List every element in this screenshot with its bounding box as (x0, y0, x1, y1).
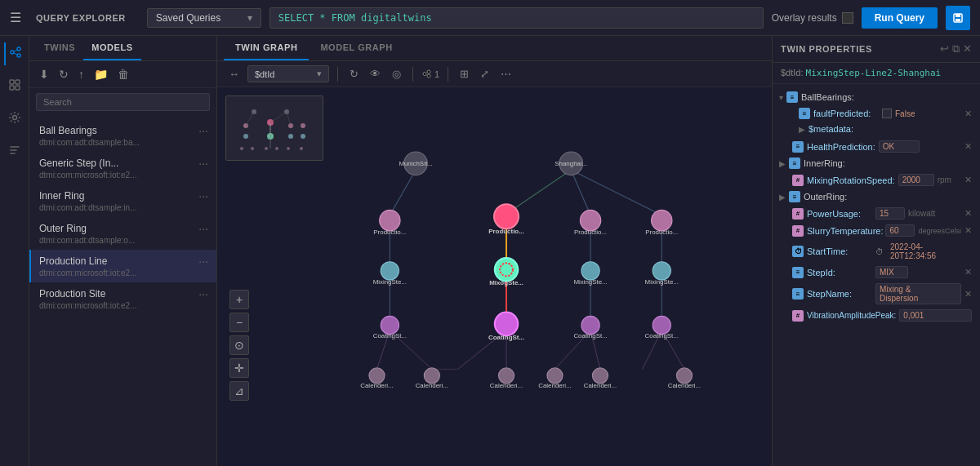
node-mix2-selected[interactable] (495, 258, 519, 282)
node-coat4[interactable] (653, 316, 670, 334)
overlay-checkbox[interactable] (842, 12, 853, 24)
model-item-production-line[interactable]: Production Line ··· dtmi:com:microsoft:i… (29, 250, 216, 282)
delete-icon[interactable]: 🗑 (114, 66, 132, 82)
zoom-fit-button[interactable]: ⊙ (229, 335, 249, 355)
props-list: ▾ ≡ BallBearings: ≡ faultPredicted: Fals… (773, 84, 980, 466)
graph-svg[interactable]: MunichSit... Shanghai... Productio... Pr… (332, 87, 772, 466)
folder-icon[interactable]: 📁 (91, 66, 111, 82)
move-tool-button[interactable]: ✛ (229, 358, 249, 378)
sidebar-item-settings[interactable] (5, 108, 24, 131)
model-context-menu[interactable]: ··· (198, 157, 208, 170)
dtid-dropdown[interactable]: $dtId ▾ (247, 65, 329, 82)
node-coat1[interactable] (381, 316, 399, 334)
more-icon[interactable]: ⋯ (497, 66, 514, 82)
zoom-controls: + − ⊙ ✛ ⊿ (229, 290, 249, 401)
node-mix3[interactable] (581, 262, 599, 280)
refresh-graph-icon[interactable]: ↻ (346, 66, 362, 82)
prop-start-time: ⏱ StartTime: ⏱ 2022-04-20T12:34:56 (773, 239, 980, 264)
dtid-label: $dtId (255, 69, 274, 79)
tab-models[interactable]: MODELS (83, 36, 140, 60)
node-coat2[interactable] (495, 313, 519, 336)
outer-ring-icon: ≡ (789, 191, 800, 202)
model-context-menu[interactable]: ··· (198, 255, 208, 268)
tab-model-graph[interactable]: MODEL GRAPH (309, 36, 403, 60)
node-mix4[interactable] (653, 262, 670, 280)
eye-icon[interactable]: 👁 (367, 66, 384, 82)
close-step-name[interactable]: ✕ (964, 289, 972, 300)
saved-queries-dropdown[interactable]: Saved Queries ▾ (147, 8, 261, 28)
svg-line-33 (270, 112, 287, 122)
model-context-menu[interactable]: ··· (198, 189, 208, 202)
fault-predicted-checkbox[interactable] (882, 109, 892, 118)
prop-section-ballbearings-header[interactable]: ▾ ≡ BallBearings: (773, 89, 980, 105)
svg-text:Calenderi...: Calenderi... (538, 382, 571, 389)
new-tab-icon[interactable]: ⧉ (952, 42, 960, 55)
start-time-icon: ⏱ (792, 246, 804, 257)
close-power[interactable]: ✕ (964, 208, 972, 219)
svg-text:Productio...: Productio... (645, 229, 678, 236)
svg-line-32 (246, 112, 254, 126)
chevron-down-icon: ▾ (247, 12, 252, 24)
node-coat3[interactable] (581, 316, 599, 334)
slurry-temp-input[interactable] (885, 224, 915, 237)
close-rotation[interactable]: ✕ (964, 175, 972, 185)
separator2 (412, 67, 413, 82)
graph-tabs: TWIN GRAPH MODEL GRAPH (217, 36, 772, 61)
layout-icon[interactable]: ⊞ (457, 66, 472, 82)
power-icon: # (792, 208, 804, 220)
eye-off-icon[interactable]: ◎ (389, 66, 404, 82)
expand-icon[interactable]: ⤢ (477, 66, 492, 82)
refresh-icon[interactable]: ↻ (56, 66, 72, 82)
svg-rect-11 (16, 86, 20, 90)
svg-point-5 (17, 54, 20, 57)
prop-outer-ring-header[interactable]: ▶ ≡ OuterRing: (773, 189, 980, 205)
tab-twins[interactable]: TWINS (36, 36, 83, 60)
sidebar-item-models[interactable] (5, 75, 24, 98)
model-item-outer-ring[interactable]: Outer Ring ··· dtmi:com:adt:dtsample:o..… (29, 217, 216, 250)
pan-icon[interactable]: ↔ (225, 66, 243, 82)
model-context-menu[interactable]: ··· (198, 124, 208, 137)
filter-button[interactable]: ⊿ (229, 381, 249, 401)
node-prod1[interactable] (380, 210, 400, 230)
save-query-button[interactable] (946, 6, 970, 30)
prop-metadata[interactable]: ▶ $metadata: (773, 122, 980, 136)
model-search-input[interactable] (36, 93, 210, 111)
node-prod3[interactable] (580, 210, 600, 230)
node-prod2[interactable] (494, 204, 519, 229)
graph-minimap[interactable] (225, 95, 323, 161)
menu-icon[interactable]: ☰ (10, 10, 21, 25)
undo-icon[interactable]: ↩ (940, 42, 949, 55)
upload-icon[interactable]: ↑ (75, 66, 87, 82)
sidebar-item-query[interactable] (5, 140, 24, 163)
close-slurry[interactable]: ✕ (964, 225, 972, 236)
zoom-in-button[interactable]: + (229, 290, 249, 309)
model-item-inner-ring[interactable]: Inner Ring ··· dtmi:com:adt:dtsample:in.… (29, 184, 216, 217)
import-icon[interactable]: ⬇ (36, 66, 52, 82)
model-item-generic-step[interactable]: Generic Step (In... ··· dtmi:com:microso… (29, 152, 216, 184)
close-step-id[interactable]: ✕ (964, 267, 972, 277)
health-prediction-input[interactable] (879, 140, 920, 153)
sidebar-item-graph[interactable] (4, 42, 25, 65)
graph-content[interactable]: + − ⊙ ✛ ⊿ (217, 87, 772, 466)
query-input[interactable] (270, 7, 764, 29)
rotation-speed-input[interactable] (898, 174, 934, 186)
svg-point-3 (11, 51, 14, 54)
model-context-menu[interactable]: ··· (198, 287, 208, 300)
tab-twin-graph[interactable]: TWIN GRAPH (224, 36, 309, 60)
close-icon[interactable]: ✕ (963, 42, 972, 55)
node-count: 1 (421, 69, 439, 79)
power-usage-input[interactable] (875, 207, 905, 220)
model-item-production-site[interactable]: Production Site ··· dtmi:com:microsoft:i… (29, 282, 216, 315)
production-line-label: Production Line (39, 255, 107, 267)
close-fault-predicted[interactable]: ✕ (964, 109, 972, 119)
model-item-ball-bearings[interactable]: Ball Bearings ··· dtmi:com:adt:dtsample:… (29, 119, 216, 152)
close-health[interactable]: ✕ (964, 141, 972, 152)
twin-id-value: MixingStep-Line2-Shanghai (806, 68, 942, 78)
run-query-button[interactable]: Run Query (862, 7, 938, 29)
zoom-out-button[interactable]: − (229, 313, 249, 332)
prop-inner-ring-header[interactable]: ▶ ≡ InnerRing: (773, 155, 980, 171)
node-prod4[interactable] (652, 210, 672, 230)
node-mix1[interactable] (381, 262, 399, 280)
step-id-input[interactable] (875, 266, 908, 278)
model-context-menu[interactable]: ··· (198, 222, 208, 235)
